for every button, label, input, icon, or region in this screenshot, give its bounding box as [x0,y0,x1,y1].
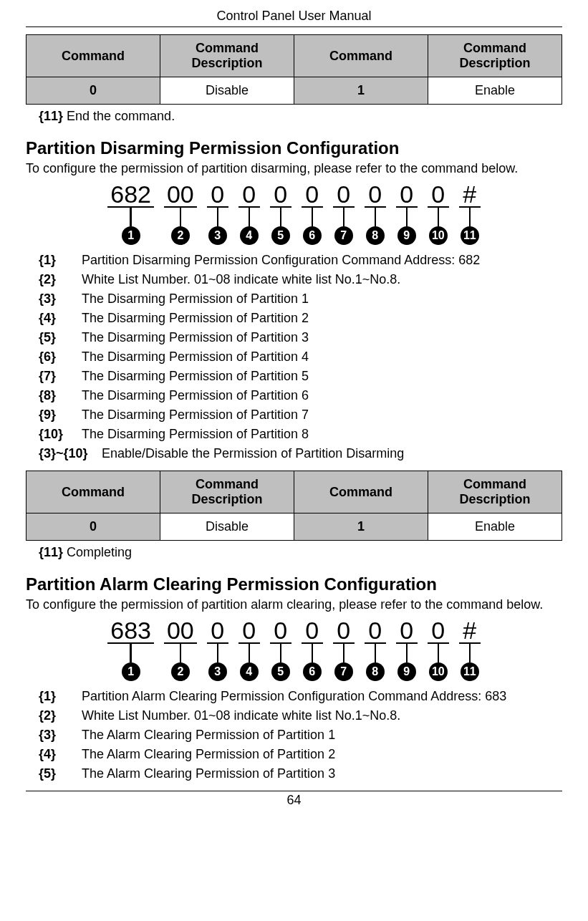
description-text: The Disarming Permission of Partition 6 [82,386,309,405]
segment-value: 0 [428,182,449,208]
description-text: The Alarm Clearing Permission of Partiti… [82,725,335,745]
note-tag: {11} [39,545,63,559]
connector-line [249,208,251,226]
marker-circle: 3 [208,662,227,681]
marker-circle: 6 [303,226,322,245]
description-text: Enable/Disable the Permission of Partiti… [102,444,404,463]
description-text: Partition Disarming Permission Configura… [82,251,480,270]
marker-circle: 1 [122,662,140,681]
description-tag: {3}~{10} [39,444,89,463]
table-header: Command Description [428,35,562,77]
command-diagram: 682100203040506070809010#11 [26,182,562,245]
diagram-segment: 08 [365,182,386,245]
segment-value: 00 [164,618,197,644]
connector-line [469,644,471,662]
segment-value: 0 [333,618,355,644]
table-cell: 0 [26,77,160,105]
connector-line [217,208,219,226]
marker-circle: 9 [397,662,416,681]
marker-circle: 8 [366,662,385,681]
page: Control Panel User Manual Command Comman… [0,0,588,921]
marker-circle: 9 [397,226,416,245]
description-text: The Disarming Permission of Partition 4 [82,347,309,367]
description-text: White List Number. 01~08 indicate white … [82,706,400,725]
connector-line [406,208,408,226]
connector-line [375,208,377,226]
marker-circle: 11 [461,662,479,681]
table-header: Command Description [428,471,562,513]
segment-value: 683 [107,618,154,644]
description-text: The Disarming Permission of Partition 5 [82,367,309,386]
description-tag: {3} [39,725,69,745]
diagram-segment: 010 [428,618,449,681]
segment-value: 0 [238,182,260,208]
table-cell: 0 [26,513,160,541]
segment-value: 0 [207,618,228,644]
description-row: {2}White List Number. 01~08 indicate whi… [39,270,562,289]
diagram-segment: #11 [459,618,481,681]
description-tag: {2} [39,706,69,725]
description-tag: {5} [39,764,69,783]
table-cell: Enable [428,77,562,105]
table-header: Command [294,35,428,77]
description-tag: {3} [39,289,69,309]
table-header: Command [26,35,160,77]
table-cell: Disable [160,77,294,105]
description-text: The Disarming Permission of Partition 8 [82,425,309,444]
command-table-top: Command Command Description Command Comm… [26,34,562,105]
marker-circle: 4 [240,662,259,681]
description-tag: {9} [39,405,69,425]
section-heading: Partition Disarming Permission Configura… [26,138,562,158]
diagram-segment: 07 [333,182,355,245]
marker-circle: 2 [171,662,190,681]
description-row: {2}White List Number. 01~08 indicate whi… [39,706,562,725]
diagram-segment: 03 [207,618,228,681]
description-list: {1}Partition Alarm Clearing Permission C… [26,687,562,783]
connector-line [180,208,182,226]
description-text: The Disarming Permission of Partition 2 [82,309,309,328]
table-header: Command Description [160,35,294,77]
diagram-segment: 05 [270,618,291,681]
description-row: {9}The Disarming Permission of Partition… [39,405,562,425]
marker-circle: 7 [334,662,353,681]
segment-value: 0 [270,182,291,208]
description-row: {10}The Disarming Permission of Partitio… [39,425,562,444]
marker-circle: 2 [171,226,190,245]
description-tag: {1} [39,687,69,706]
segment-value: 00 [164,182,197,208]
table-header: Command [26,471,160,513]
segment-value: 0 [365,618,386,644]
description-text: Partition Alarm Clearing Permission Conf… [82,687,506,706]
marker-circle: 5 [271,226,290,245]
description-tag: {4} [39,745,69,764]
section-intro: To configure the permission of partition… [26,597,562,612]
connector-line [249,644,251,662]
marker-circle: 1 [122,226,140,245]
description-tag: {7} [39,367,69,386]
description-text: The Alarm Clearing Permission of Partiti… [82,745,335,764]
section-intro: To configure the permission of partition… [26,161,562,176]
diagram-segment: 04 [238,618,260,681]
table-cell: Disable [160,513,294,541]
connector-line [406,644,408,662]
segment-value: 0 [238,618,260,644]
connector-line [217,644,219,662]
diagram-segment: #11 [459,182,481,245]
table-cell: 1 [294,513,428,541]
segment-value: 0 [365,182,386,208]
description-row: {4}The Disarming Permission of Partition… [39,309,562,328]
diagram-segment: 09 [396,618,418,681]
diagram-segment: 002 [164,618,197,681]
description-row: {3}~{10}Enable/Disable the Permission of… [39,444,562,463]
connector-line [280,644,282,662]
description-row: {5}The Disarming Permission of Partition… [39,328,562,347]
diagram-segment: 6821 [107,182,154,245]
marker-circle: 6 [303,662,322,681]
command-table-mid: Command Command Description Command Comm… [26,471,562,541]
note-line: {11} Completing [26,545,562,560]
marker-circle: 7 [334,226,353,245]
description-row: {6}The Disarming Permission of Partition… [39,347,562,367]
description-tag: {8} [39,386,69,405]
marker-circle: 10 [429,662,448,681]
description-text: White List Number. 01~08 indicate white … [82,270,400,289]
